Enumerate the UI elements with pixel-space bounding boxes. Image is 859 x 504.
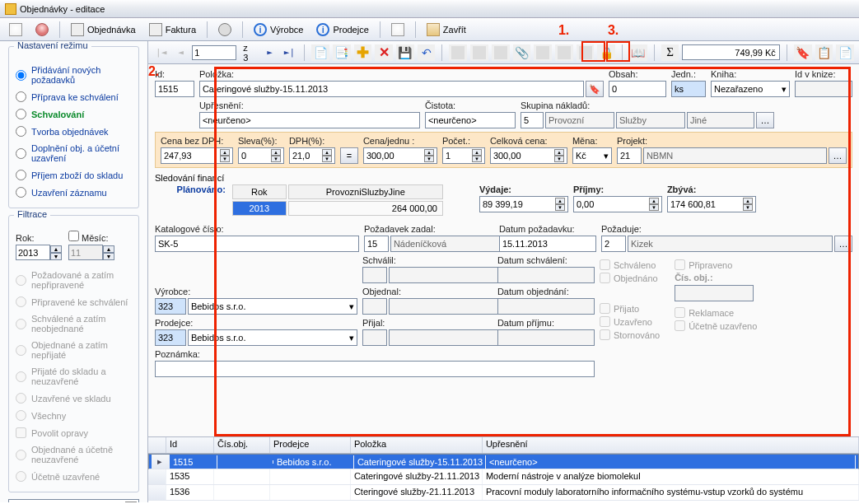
- nav-attach-button[interactable]: 📎: [513, 44, 531, 61]
- nav-extra-6[interactable]: [577, 44, 595, 61]
- cistota-input[interactable]: [425, 112, 516, 128]
- separator: [415, 21, 416, 38]
- upresneni-input[interactable]: [199, 112, 420, 128]
- vydaje-value[interactable]: 89 399,19▲▼: [479, 196, 568, 212]
- mode-radio-create[interactable]: Tvorba objednávek: [16, 123, 132, 140]
- filter-mesic-input[interactable]: ▲▼: [68, 245, 114, 260]
- obsah-input[interactable]: [609, 81, 666, 97]
- user-button[interactable]: [30, 21, 54, 39]
- col-polozka[interactable]: Položka: [351, 437, 483, 453]
- sleva-input[interactable]: 0▲▼: [238, 147, 284, 164]
- mode-radio-complete[interactable]: Doplnění obj. a účetní uzavření: [16, 140, 132, 166]
- celk-input[interactable]: 300,00▲▼: [490, 147, 567, 164]
- filter-rok-input[interactable]: ▲▼: [16, 245, 62, 260]
- vyrobce-num[interactable]: [155, 298, 186, 315]
- detail-form: 2. Id: Položka: 🔖 Obsah: Jedn.: Kniha:Ne…: [148, 64, 859, 433]
- prijal-num: [362, 329, 387, 346]
- grid-row[interactable]: 1536Cteringové služby-21.11.2013Pracovní…: [148, 485, 859, 501]
- grid-row[interactable]: 1535Cateringové služby-21.11.2013Moderní…: [148, 469, 859, 485]
- eq-button[interactable]: =: [340, 147, 358, 164]
- cistota-label: Čistota:: [425, 100, 516, 110]
- col-id[interactable]: Id: [166, 437, 214, 453]
- nav-tag-button[interactable]: 🔖: [794, 44, 812, 61]
- price-band: Cena bez DPH:247,93▲▼ Sleva(%):0▲▼ DPH(%…: [155, 132, 852, 168]
- pozzadal-num[interactable]: [364, 236, 389, 252]
- filter-state-6: Všechny: [16, 407, 132, 424]
- nav-lock-button[interactable]: 🔒: [597, 44, 615, 61]
- nav-extra-1[interactable]: [449, 44, 467, 61]
- col-prodejce[interactable]: Prodejce: [270, 437, 351, 453]
- poznamka-input[interactable]: [155, 361, 595, 377]
- mode-radio-receive[interactable]: Příjem zboží do skladu: [16, 166, 132, 184]
- datumpoz-input[interactable]: [499, 236, 596, 252]
- spin-up-icon[interactable]: ▲: [50, 245, 62, 253]
- pocet-input[interactable]: 1▲▼: [442, 147, 485, 164]
- dph-input[interactable]: 21,0▲▼: [289, 147, 335, 164]
- nav-extra-2[interactable]: [470, 44, 488, 61]
- mena-select[interactable]: Kč▾: [572, 147, 612, 164]
- nav-duplicate-button[interactable]: 📑: [333, 44, 351, 61]
- cjedn-input[interactable]: 300,00▲▼: [363, 147, 437, 164]
- spin-up-icon[interactable]: ▲: [103, 245, 114, 253]
- mode-radio-close[interactable]: Uzavření záznamu: [16, 184, 132, 201]
- nav-list-button[interactable]: 📋: [815, 44, 833, 61]
- orders-grid[interactable]: Id Čís.obj. Prodejce Položka Upřesnění ▸…: [148, 436, 859, 502]
- nav-first-button[interactable]: |◄: [153, 44, 170, 61]
- prodejce-button[interactable]: iProdejce: [310, 21, 374, 39]
- polozka-input[interactable]: [199, 81, 584, 97]
- list-icon: 📋: [817, 46, 831, 59]
- prodejce-select[interactable]: Bebidos s.r.o.▾: [188, 329, 357, 346]
- vyrobce-select[interactable]: Bebidos s.r.o.▾: [188, 298, 357, 315]
- options-button[interactable]: [212, 21, 237, 39]
- filter-mesic-label[interactable]: Měsíc:: [68, 231, 114, 243]
- col-upresneni[interactable]: Upřesnění: [483, 437, 859, 453]
- nav-undo-button[interactable]: ↶: [418, 44, 436, 61]
- datumprij-label: Datum příjmu:: [497, 318, 595, 328]
- projekt-num-input[interactable]: [617, 147, 642, 164]
- pozzadal-label: Požadavek zadal:: [364, 224, 494, 234]
- nav-position-input[interactable]: [192, 45, 236, 60]
- new-entry-button[interactable]: [3, 21, 28, 39]
- jedn-input[interactable]: [671, 81, 706, 97]
- external-button[interactable]: [385, 21, 410, 39]
- prodejce-num[interactable]: [155, 329, 186, 346]
- nav-book-button[interactable]: 📖: [629, 44, 647, 61]
- print-faktura-button[interactable]: Faktura: [143, 21, 202, 39]
- nav-extra-4[interactable]: [534, 44, 552, 61]
- vyrobce-button[interactable]: iVýrobce: [248, 21, 309, 39]
- mode-radio-add[interactable]: Přidávání nových požadavků: [16, 62, 132, 88]
- pozaduje-num[interactable]: [601, 236, 626, 252]
- skupina-browse-button[interactable]: …: [756, 112, 774, 128]
- kniha-select[interactable]: Nezařazeno▾: [711, 81, 790, 97]
- katalog-input[interactable]: [155, 236, 359, 252]
- grid-row[interactable]: ▸ 1515Bebidos s.r.o.Cateringové služby-1…: [148, 454, 859, 469]
- skupina-num-input[interactable]: [521, 112, 544, 128]
- zbyva-value[interactable]: 174 600,81▲▼: [667, 196, 756, 212]
- nav-copy-button[interactable]: 📄: [311, 44, 329, 61]
- nav-add-button[interactable]: ✚: [354, 44, 372, 61]
- nav-prev-button[interactable]: ◄: [173, 44, 189, 61]
- zavrit-button[interactable]: Zavřít: [421, 21, 472, 39]
- spin-down-icon[interactable]: ▼: [50, 253, 62, 260]
- mode-radio-approve[interactable]: Schvalování: [16, 105, 132, 123]
- cena-input[interactable]: 247,93▲▼: [161, 147, 233, 164]
- tag-button[interactable]: 🔖: [586, 81, 604, 97]
- pozaduje-browse-button[interactable]: …: [834, 236, 852, 252]
- nav-last-button[interactable]: ►|: [282, 44, 298, 61]
- nav-sum-button[interactable]: Σ: [661, 44, 679, 61]
- nav-extra-5[interactable]: [555, 44, 573, 61]
- mena-label: Měna:: [572, 136, 612, 146]
- col-cisobj[interactable]: Čís.obj.: [214, 437, 270, 453]
- print-objednavka-button[interactable]: Objednávka: [65, 21, 142, 39]
- mode-radio-prepare[interactable]: Příprava ke schválení: [16, 88, 132, 105]
- nav-sheet-button[interactable]: 📄: [836, 44, 854, 61]
- nav-delete-button[interactable]: ✕: [375, 44, 393, 61]
- nav-next-button[interactable]: ►: [262, 44, 278, 61]
- nav-extra-3[interactable]: [492, 44, 510, 61]
- filter-combo[interactable]: Všechny▾: [8, 499, 139, 502]
- nav-save-button[interactable]: 💾: [396, 44, 414, 61]
- spin-down-icon[interactable]: ▼: [103, 253, 114, 260]
- id-input[interactable]: [155, 81, 194, 97]
- projekt-browse-button[interactable]: …: [829, 147, 847, 164]
- prijmy-value[interactable]: 0,00▲▼: [573, 196, 662, 212]
